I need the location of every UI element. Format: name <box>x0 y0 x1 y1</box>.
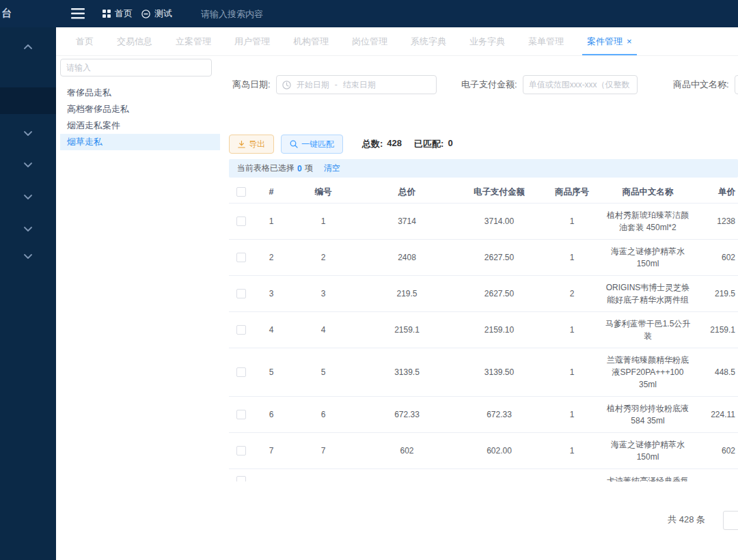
product-table: #编号总价电子支付金额商品序号商品中文名称单价1137143714.001植村秀… <box>229 181 738 481</box>
tab-item[interactable]: 案件管理× <box>575 27 644 55</box>
clock-icon <box>282 81 291 89</box>
cell-name: 植村秀新琥珀臻萃洁颜油套装 450ml*2 <box>602 204 694 239</box>
sidebar <box>0 27 56 560</box>
tab-item[interactable]: 岗位管理 <box>340 27 399 55</box>
row-checkbox[interactable] <box>236 410 246 419</box>
pagination[interactable] <box>723 511 738 530</box>
export-button[interactable]: 导出 <box>229 135 274 154</box>
date-filter-label: 离岛日期: <box>232 79 271 91</box>
tab-item[interactable]: 菜单管理 <box>517 27 575 55</box>
tab-item[interactable]: 交易信息 <box>105 27 164 55</box>
case-type-list: 奢侈品走私高档奢侈品走私烟酒走私案件烟草走私 <box>60 85 220 150</box>
filter-amount: 电子支付金额: <box>461 75 638 94</box>
cell-total: 2408 <box>357 240 456 275</box>
matched-label: 已匹配: <box>414 138 443 150</box>
clear-selection-link[interactable]: 清空 <box>324 163 340 174</box>
topnav-home-label: 首页 <box>115 8 133 20</box>
table-row: 1137143714.001植村秀新琥珀臻萃洁颜油套装 450ml*21238 <box>229 204 738 240</box>
header-cell: 总价 <box>357 181 456 203</box>
select-all-checkbox[interactable] <box>236 187 246 197</box>
case-type-item[interactable]: 高档奢侈品走私 <box>60 101 220 117</box>
table-row: 442159.12159.101马爹利蓝带干邑1.5公升装2159.1 <box>229 312 738 348</box>
close-icon[interactable]: × <box>627 37 632 46</box>
tab-item[interactable]: 机构管理 <box>282 27 340 55</box>
sidebar-item-4[interactable] <box>0 190 56 204</box>
selection-count: 0 <box>297 164 302 173</box>
tab-item[interactable]: 业务字典 <box>458 27 517 55</box>
header-cell: 编号 <box>289 181 357 203</box>
sidebar-item-2[interactable] <box>0 126 56 140</box>
circle-minus-icon <box>141 10 150 18</box>
total-label: 总数: <box>362 138 383 150</box>
chevron-down-icon <box>24 163 32 167</box>
tab-label: 用户管理 <box>234 36 270 48</box>
tab-item[interactable]: 立案管理 <box>164 27 223 55</box>
topnav-home[interactable]: 首页 <box>102 0 133 27</box>
cell-epay: 2627.50 <box>456 276 542 311</box>
selection-bar: 当前表格已选择 0 项 清空 <box>229 159 738 178</box>
cell-name: ORIGINS韦博士灵芝焕能好底子精华水两件组 <box>602 276 694 311</box>
row-checkbox-cell <box>229 397 254 432</box>
row-checkbox-cell <box>229 312 254 348</box>
chevron-down-icon <box>24 131 32 136</box>
cell-name: 马爹利蓝带干邑1.5公升装 <box>602 312 694 348</box>
cell-unit: 602 <box>694 240 737 275</box>
tab-item[interactable]: 首页 <box>64 27 105 55</box>
record-count: 共 428 条 <box>668 514 705 526</box>
date-end-placeholder: 结束日期 <box>343 79 376 91</box>
case-type-item[interactable]: 烟酒走私案件 <box>60 117 220 134</box>
row-checkbox-cell <box>229 469 254 481</box>
cell-epay: 602.00 <box>456 433 542 468</box>
row-checkbox[interactable] <box>236 476 246 481</box>
tab-bar: 首页交易信息立案管理用户管理机构管理岗位管理系统字典业务字典菜单管理案件管理× <box>56 27 738 56</box>
cell-name: 海蓝之谜修护精萃水 150ml <box>602 240 694 275</box>
case-type-item[interactable]: 奢侈品走私 <box>60 85 220 101</box>
tab-item[interactable]: 用户管理 <box>223 27 282 55</box>
sidebar-item-0[interactable] <box>0 40 56 53</box>
cell-total: 219.5 <box>357 276 456 311</box>
date-separator: - <box>335 80 338 89</box>
row-checkbox[interactable] <box>236 446 246 456</box>
sidebar-item-3[interactable] <box>0 158 56 171</box>
cell-index <box>254 469 289 481</box>
cell-index: 3 <box>254 276 289 311</box>
cell-seq: 1 <box>542 348 602 396</box>
cell-epay <box>456 469 542 481</box>
filter-product-name: 商品中文名称: <box>673 75 738 94</box>
row-checkbox[interactable] <box>236 325 246 335</box>
tab-label: 岗位管理 <box>352 36 387 48</box>
tab-label: 机构管理 <box>293 36 329 48</box>
amount-filter-input[interactable] <box>523 75 638 94</box>
row-checkbox[interactable] <box>236 367 246 377</box>
product-name-filter-input[interactable] <box>735 75 738 94</box>
tab-label: 业务字典 <box>469 36 505 48</box>
tab-label: 案件管理 <box>587 36 623 48</box>
matched-value: 0 <box>448 138 452 150</box>
row-checkbox[interactable] <box>236 253 246 262</box>
cell-unit: 219.5 <box>694 276 737 311</box>
case-type-search-input[interactable] <box>60 59 212 76</box>
date-range-picker[interactable]: 开始日期 - 结束日期 <box>276 75 437 94</box>
sidebar-item-1[interactable] <box>0 87 56 114</box>
topnav-test[interactable]: 测试 <box>141 0 172 27</box>
cell-total: 3714 <box>357 204 456 239</box>
selection-suffix: 项 <box>305 163 313 174</box>
sidebar-item-5[interactable] <box>0 222 56 236</box>
cell-index: 6 <box>254 397 289 432</box>
cell-code: 4 <box>289 312 357 348</box>
global-search-input[interactable] <box>201 5 338 23</box>
cell-epay: 2627.50 <box>456 240 542 275</box>
content-area: 首页交易信息立案管理用户管理机构管理岗位管理系统字典业务字典菜单管理案件管理× … <box>56 27 738 560</box>
row-checkbox[interactable] <box>236 216 246 226</box>
header-cell: 单价 <box>694 181 737 203</box>
row-checkbox-cell <box>229 433 254 468</box>
tab-label: 交易信息 <box>117 36 152 48</box>
sidebar-item-6[interactable] <box>0 249 56 263</box>
one-click-match-button[interactable]: 一键匹配 <box>281 135 343 154</box>
header-cell: 电子支付金额 <box>456 181 542 203</box>
case-type-item[interactable]: 烟草走私 <box>60 134 220 150</box>
tab-item[interactable]: 系统字典 <box>399 27 458 55</box>
menu-toggle-icon[interactable] <box>71 7 86 20</box>
cell-code: 2 <box>289 240 357 275</box>
row-checkbox[interactable] <box>236 289 246 298</box>
